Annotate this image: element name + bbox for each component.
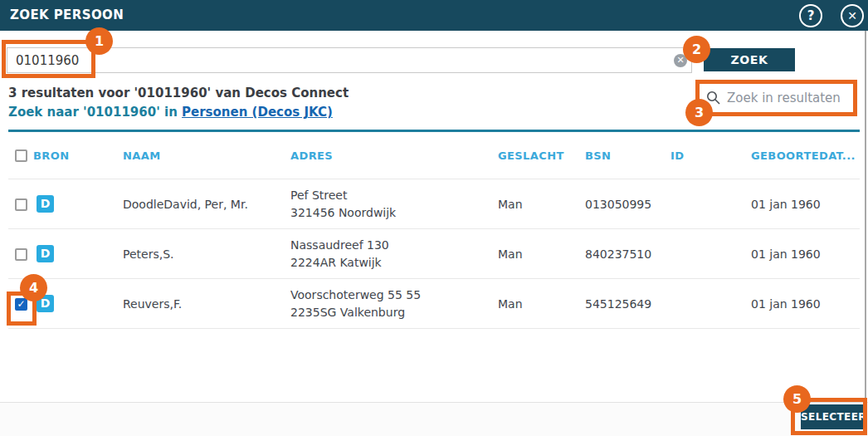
window-edge bbox=[865, 31, 866, 399]
table-row[interactable]: ✓ D Reuvers,F. Voorschoterweg 55 55 2235… bbox=[8, 279, 860, 329]
cell-geslacht: Man bbox=[498, 247, 585, 261]
help-icon[interactable]: ? bbox=[799, 4, 822, 27]
results-table: BRON NAAM ADRES GESLACHT BSN ID GEBOORTE… bbox=[8, 130, 860, 329]
cell-geboortedatum: 01 jan 1960 bbox=[751, 247, 860, 261]
row-checkbox[interactable] bbox=[15, 248, 27, 261]
clear-search-icon[interactable]: ✕ bbox=[674, 54, 687, 67]
alt-search-prefix: Zoek naar '01011960' in bbox=[8, 105, 182, 120]
zoek-button[interactable]: ZOEK bbox=[704, 48, 795, 71]
cell-adres: Nassaudreef 130 2224AR Katwijk bbox=[290, 237, 498, 272]
select-all-checkbox[interactable] bbox=[15, 149, 27, 162]
filter-results-box bbox=[700, 84, 854, 112]
column-header-bron[interactable]: BRON bbox=[33, 149, 123, 162]
column-header-naam[interactable]: NAAM bbox=[123, 149, 290, 162]
source-badge: D bbox=[37, 295, 54, 312]
filter-results-input[interactable] bbox=[700, 84, 854, 112]
cell-naam: Peters,S. bbox=[123, 247, 290, 261]
cell-naam: Reuvers,F. bbox=[123, 297, 290, 311]
cell-geboortedatum: 01 jan 1960 bbox=[751, 198, 860, 211]
row-checkbox[interactable] bbox=[15, 198, 27, 211]
dialog-footer bbox=[0, 402, 868, 436]
cell-geslacht: Man bbox=[498, 198, 585, 211]
column-header-adres[interactable]: ADRES bbox=[290, 149, 498, 162]
cell-geslacht: Man bbox=[498, 297, 585, 311]
dialog-titlebar: ZOEK PERSOON ? ✕ bbox=[0, 0, 868, 31]
cell-bsn: 545125649 bbox=[585, 297, 671, 311]
source-badge: D bbox=[37, 245, 54, 262]
cell-bsn: 013050995 bbox=[585, 198, 671, 211]
results-summary: 3 resultaten voor '01011960' van Decos C… bbox=[8, 86, 349, 100]
row-checkbox-checked[interactable]: ✓ bbox=[15, 298, 27, 311]
table-row[interactable]: D DoodleDavid, Per, Mr. Pef Street 32145… bbox=[8, 179, 860, 229]
table-row[interactable]: D Peters,S. Nassaudreef 130 2224AR Katwi… bbox=[8, 229, 860, 279]
cell-adres: Voorschoterweg 55 55 2235SG Valkenburg bbox=[290, 287, 498, 321]
alt-search-link[interactable]: Personen (Decos JKC) bbox=[182, 105, 333, 120]
cell-adres: Pef Street 321456 Noordwijk bbox=[290, 187, 498, 222]
alt-search-line: Zoek naar '01011960' in Personen (Decos … bbox=[8, 105, 333, 120]
search-input[interactable] bbox=[7, 47, 692, 73]
source-badge: D bbox=[37, 195, 54, 213]
cell-naam: DoodleDavid, Per, Mr. bbox=[123, 198, 290, 211]
selecteer-button[interactable]: SELECTEER bbox=[801, 404, 866, 429]
cell-geboortedatum: 01 jan 1960 bbox=[751, 297, 860, 311]
cell-bsn: 840237510 bbox=[585, 247, 671, 261]
close-icon[interactable]: ✕ bbox=[841, 4, 864, 27]
column-header-bsn[interactable]: BSN bbox=[585, 149, 671, 162]
page-title: ZOEK PERSOON bbox=[10, 0, 124, 31]
column-header-id[interactable]: ID bbox=[671, 149, 751, 162]
table-header-row: BRON NAAM ADRES GESLACHT BSN ID GEBOORTE… bbox=[8, 132, 860, 179]
column-header-geslacht[interactable]: GESLACHT bbox=[498, 149, 585, 162]
zoek-persoon-dialog: ZOEK PERSOON ? ✕ ✕ ZOEK 3 resultaten voo… bbox=[0, 0, 868, 436]
column-header-geboortedatum[interactable]: GEBOORTEDAT... bbox=[751, 149, 860, 162]
